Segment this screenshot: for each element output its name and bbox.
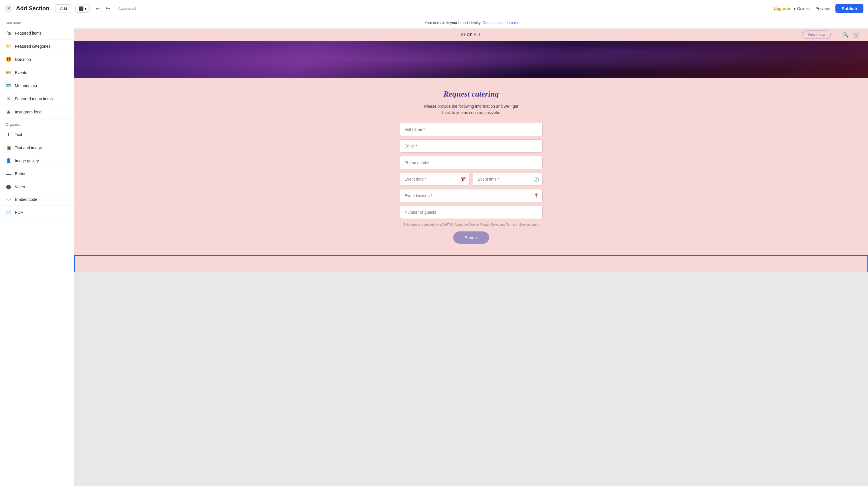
sidebar-item-label: Image gallery: [15, 159, 39, 163]
catering-title: Request catering: [80, 90, 862, 99]
sidebar-item-label: Video: [15, 185, 25, 189]
sidebar-item-label: Events: [15, 70, 27, 75]
featured-menu-icon: ✕: [6, 96, 11, 101]
phone-input[interactable]: [400, 156, 542, 169]
event-date-input[interactable]: [400, 172, 469, 186]
catering-description: Please provide the following information…: [80, 103, 862, 116]
sidebar-item-featured-items[interactable]: 🛍 Featured items: [0, 27, 74, 40]
custom-domain-link[interactable]: Get a custom domain: [482, 21, 518, 25]
membership-icon: 🪪: [6, 83, 11, 88]
sidebar-item-label: Button: [15, 171, 26, 176]
sidebar-item-label: Text: [15, 132, 22, 137]
question-icon: ●: [794, 6, 796, 11]
sidebar-item-pdf[interactable]: 📄 PDF: [0, 206, 74, 219]
order-now-button[interactable]: Order now: [803, 31, 831, 39]
sidebar-item-featured-menu-items[interactable]: ✕ Featured menu items: [0, 92, 74, 105]
privacy-policy-link[interactable]: Privacy Policy: [480, 223, 499, 226]
sidebar-item-donation[interactable]: 🎁 Donation: [0, 53, 74, 66]
featured-categories-icon: 📁: [6, 43, 11, 49]
clock-icon: 🕐: [533, 176, 539, 182]
undo-button[interactable]: ↩: [93, 4, 102, 13]
sidebar-item-label: Donation: [15, 57, 31, 62]
guests-input[interactable]: [400, 206, 542, 219]
preview-nav: SHOP ALL Order now 🔍 🛒: [74, 29, 868, 41]
sidebar-item-label: Featured items: [15, 31, 41, 35]
preview-button[interactable]: Preview: [815, 6, 830, 11]
video-icon: ⬤: [6, 184, 11, 189]
submit-button[interactable]: Submit: [453, 231, 490, 244]
instagram-icon: ◉: [6, 109, 11, 115]
close-button[interactable]: ✕: [5, 5, 12, 12]
guests-field-wrapper: [400, 206, 542, 219]
calendar-icon: 📅: [460, 176, 466, 182]
image-gallery-icon: 👤: [6, 158, 11, 163]
event-time-input[interactable]: [473, 172, 542, 186]
featured-items-icon: 🛍: [6, 31, 11, 36]
sidebar-item-label: Embed code: [15, 197, 37, 202]
add-button[interactable]: Add: [55, 4, 72, 13]
sidebar-item-text-and-image[interactable]: ▣ Text and image: [0, 141, 74, 154]
text-image-icon: ▣: [6, 145, 11, 150]
recaptcha-notice: This form is protected by reCAPTCHA and …: [400, 222, 542, 227]
sidebar-item-label: Instagram feed: [15, 110, 41, 114]
topbar: ✕ Add Section Add ⬛ ▾ ↩ ↪ Autosaved Upgr…: [0, 0, 868, 17]
date-time-row: 📅 🕐: [400, 172, 542, 186]
sidebar: Sell more 🛍 Featured items 📁 Featured ca…: [0, 17, 74, 486]
location-icon: 📍: [533, 193, 539, 198]
button-icon: ▬: [6, 171, 11, 176]
location-field-wrapper: 📍: [400, 189, 542, 202]
redo-button[interactable]: ↪: [103, 4, 113, 13]
hero-overlay: [74, 41, 868, 78]
sidebar-item-embed-code[interactable]: <> Embed code: [0, 193, 74, 206]
nav-icons: 🔍 🛒: [842, 32, 860, 38]
undo-redo-group: ↩ ↪: [93, 4, 113, 13]
new-section-placeholder[interactable]: [74, 255, 868, 272]
donation-icon: 🎁: [6, 57, 11, 62]
search-icon[interactable]: 🔍: [842, 32, 848, 38]
sell-more-label: Sell more: [0, 17, 74, 27]
domain-banner-text: Your domain is your brand identity.: [425, 21, 482, 25]
email-input[interactable]: [400, 139, 542, 153]
phone-field-wrapper: [400, 156, 542, 169]
embed-icon: <>: [6, 197, 11, 202]
sidebar-item-label: PDF: [15, 210, 23, 215]
sidebar-item-label: Featured menu items: [15, 97, 53, 101]
domain-banner: Your domain is your brand identity. Get …: [74, 17, 868, 29]
sidebar-item-label: Text and image: [15, 145, 42, 150]
sidebar-item-label: Featured categories: [15, 44, 51, 48]
upgrade-button[interactable]: Upgrade: [774, 6, 790, 11]
shop-all-link[interactable]: SHOP ALL: [461, 33, 482, 37]
email-field-wrapper: [400, 139, 542, 153]
full-name-field-wrapper: [400, 123, 542, 136]
website-preview: SHOP ALL Order now 🔍 🛒 Request catering …: [74, 29, 868, 272]
event-location-input[interactable]: [400, 189, 542, 202]
text-icon: T: [6, 132, 11, 137]
full-name-input[interactable]: [400, 123, 542, 136]
sidebar-item-label: Membership: [15, 84, 37, 88]
page-title: Add Section: [16, 5, 50, 12]
sidebar-item-text[interactable]: T Text: [0, 128, 74, 141]
desktop-icon: ⬛: [79, 6, 84, 11]
guides-button[interactable]: ● Guides: [794, 6, 810, 11]
sidebar-item-video[interactable]: ⬤ Video: [0, 180, 74, 193]
sidebar-item-instagram-feed[interactable]: ◉ Instagram feed: [0, 105, 74, 119]
publish-button[interactable]: Publish: [835, 4, 863, 13]
chevron-down-icon: ▾: [85, 6, 87, 11]
sidebar-item-events[interactable]: 🎫 Events: [0, 66, 74, 79]
sidebar-item-button[interactable]: ▬ Button: [0, 167, 74, 180]
pdf-icon: 📄: [6, 209, 11, 215]
device-selector[interactable]: ⬛ ▾: [75, 5, 90, 12]
sidebar-item-featured-categories[interactable]: 📁 Featured categories: [0, 40, 74, 53]
sidebar-item-membership[interactable]: 🪪 Membership: [0, 79, 74, 92]
catering-section: Request catering Please provide the foll…: [74, 78, 868, 255]
event-time-wrapper: 🕐: [473, 172, 542, 186]
cart-icon[interactable]: 🛒: [853, 32, 860, 38]
catering-form: 📅 🕐 📍 This: [400, 123, 542, 244]
sidebar-item-image-gallery[interactable]: 👤 Image gallery: [0, 154, 74, 167]
event-date-wrapper: 📅: [400, 172, 469, 186]
autosaved-status: Autosaved: [118, 6, 136, 10]
hero-image: [74, 41, 868, 78]
main-layout: Sell more 🛍 Featured items 📁 Featured ca…: [0, 17, 868, 486]
events-icon: 🎫: [6, 70, 11, 75]
terms-link[interactable]: Terms of Service: [506, 223, 530, 226]
